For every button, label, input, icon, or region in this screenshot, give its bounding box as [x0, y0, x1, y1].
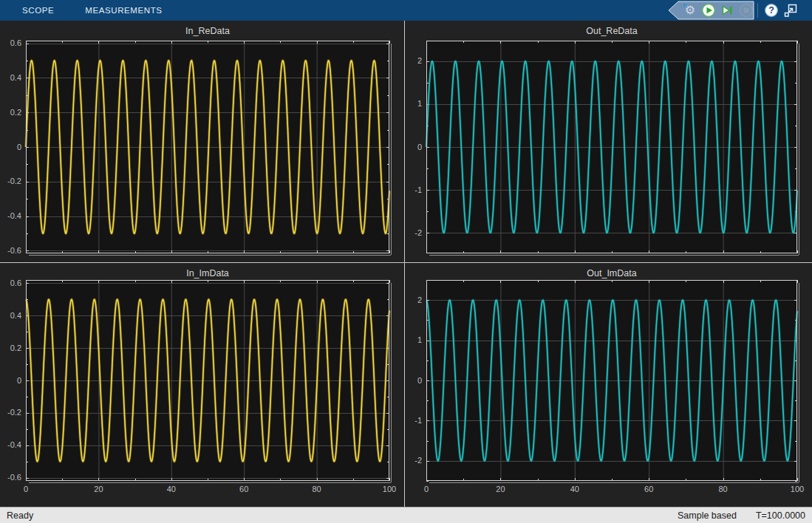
y-tick-labels: 210-1-2 [414, 56, 422, 236]
x-tick-labels: 020406080100 [24, 485, 396, 493]
x-tick-label: 60 [239, 485, 248, 493]
y-tick-label: -0.6 [7, 473, 21, 482]
x-tick-label: 0 [24, 485, 28, 493]
display-area: 0.60.40.20-0.2-0.4-0.6In_ReData 210-1-2O… [0, 21, 812, 507]
x-tick-label: 80 [312, 485, 321, 493]
y-tick-label: -0.2 [7, 408, 21, 417]
x-tick-label: 60 [644, 485, 653, 493]
y-tick-label: -1 [414, 416, 422, 425]
simulation-settings-button[interactable]: ⚙ [682, 2, 698, 18]
y-tick-label: 0.2 [10, 108, 21, 117]
y-tick-label: 2 [417, 56, 422, 65]
step-forward-button[interactable] [719, 2, 735, 18]
status-sample-mode: Sample based [678, 510, 737, 521]
x-tick-label: 100 [383, 485, 396, 493]
plot-panel-in-imdata: 0.60.40.20-0.2-0.4-0.6020406080100In_ImD… [0, 263, 404, 507]
plot-panel-out-imdata: 210-1-2020406080100Out_ImData [405, 263, 812, 507]
y-tick-label: 0.6 [10, 278, 21, 287]
y-tick-label: 0.4 [10, 311, 21, 320]
tab-measurements[interactable]: MEASUREMENTS [78, 0, 169, 21]
tab-scope[interactable]: SCOPE [15, 0, 61, 21]
plot-canvas-in-imdata[interactable]: 0.60.40.20-0.2-0.4-0.6020406080100In_ImD… [0, 263, 404, 507]
stop-button [738, 2, 754, 18]
y-tick-labels: 0.60.40.20-0.2-0.4-0.6 [7, 38, 21, 255]
panel-divider-horizontal [0, 262, 812, 263]
x-tick-label: 40 [167, 485, 176, 493]
y-tick-label: -0.2 [7, 177, 21, 185]
x-tick-label: 100 [791, 485, 804, 493]
plot-panel-out-redata: 210-1-2Out_ReData [405, 21, 812, 262]
y-tick-label: 0 [17, 143, 21, 151]
y-tick-label: 0.4 [10, 73, 21, 82]
plot-canvas-out-redata[interactable]: 210-1-2Out_ReData [405, 21, 812, 262]
x-tick-label: 80 [718, 485, 727, 493]
plot-title: Out_ImData [587, 268, 636, 278]
status-bar: Ready Sample based T=100.0000 [0, 507, 812, 523]
y-tick-label: 0.6 [10, 38, 21, 47]
help-icon: ? [764, 3, 779, 18]
status-message: Ready [7, 510, 33, 521]
x-tick-label: 20 [94, 485, 103, 493]
plot-canvas-in-redata[interactable]: 0.60.40.20-0.2-0.4-0.6In_ReData [0, 21, 404, 262]
status-sim-time: T=100.0000 [756, 510, 805, 521]
y-tick-label: 1 [417, 99, 422, 108]
x-tick-labels: 020406080100 [424, 485, 804, 493]
panel-divider-vertical [404, 21, 405, 507]
y-tick-label: -2 [414, 228, 422, 237]
step-forward-icon [720, 3, 734, 18]
y-tick-label: 0 [417, 143, 422, 151]
help-button[interactable]: ? [763, 2, 779, 18]
y-tick-label: 0 [417, 376, 422, 385]
plot-title: In_ReData [185, 26, 230, 36]
toolbar-separator [757, 3, 758, 18]
quick-access-toolbar: ⚙ [664, 0, 812, 21]
y-tick-label: 1 [417, 335, 422, 344]
plot-title: In_ImData [186, 268, 229, 278]
scope-window: SCOPE MEASUREMENTS ⚙ [0, 0, 812, 523]
y-tick-label: -0.6 [7, 246, 21, 255]
y-tick-labels: 210-1-2 [414, 295, 422, 465]
y-tick-label: 2 [417, 295, 422, 304]
y-tick-label: -0.4 [7, 440, 21, 449]
y-tick-label: -1 [414, 185, 422, 194]
plot-title: Out_ReData [586, 26, 638, 36]
pop-out-button[interactable] [782, 2, 799, 18]
x-tick-label: 20 [496, 485, 505, 493]
svg-text:?: ? [768, 5, 774, 16]
y-tick-label: 0 [17, 376, 21, 385]
gear-icon: ⚙ [685, 4, 695, 16]
run-button[interactable] [700, 2, 717, 18]
plot-panel-in-redata: 0.60.40.20-0.2-0.4-0.6In_ReData [0, 21, 404, 262]
y-tick-label: -2 [414, 456, 422, 465]
y-tick-label: -0.4 [7, 211, 21, 220]
y-tick-labels: 0.60.40.20-0.2-0.4-0.6 [7, 278, 21, 482]
stop-icon [739, 3, 754, 18]
x-tick-label: 0 [424, 485, 429, 493]
toolstrip: SCOPE MEASUREMENTS ⚙ [0, 0, 812, 21]
play-icon [701, 3, 716, 18]
pop-out-icon [783, 3, 798, 18]
plot-canvas-out-imdata[interactable]: 210-1-2020406080100Out_ImData [405, 263, 812, 507]
x-tick-label: 40 [570, 485, 579, 493]
y-tick-label: 0.2 [10, 343, 21, 352]
